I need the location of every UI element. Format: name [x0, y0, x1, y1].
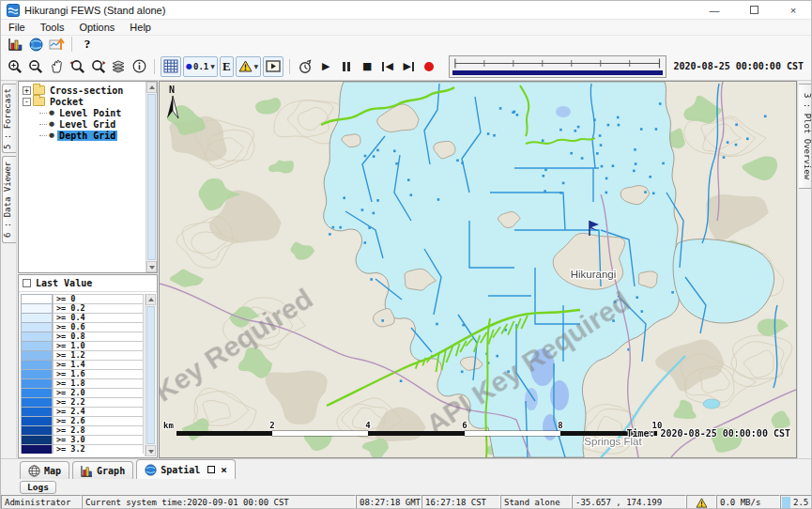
legend-row[interactable]: >= 3.0 [21, 435, 144, 444]
expander-icon[interactable]: - [23, 98, 31, 106]
status-warning-cell[interactable] [686, 495, 716, 509]
legend-row[interactable]: >= 3.2 [21, 444, 144, 454]
expander-icon[interactable]: + [23, 86, 31, 95]
interval-threshold-button[interactable]: ● 0.1 ▼ [183, 56, 218, 77]
grid-dot [612, 164, 615, 167]
record-button[interactable] [419, 56, 439, 77]
legend-row[interactable]: >= 2.8 [21, 425, 144, 435]
status-system-time: Current system time:2020-09-01 00:00 CST [82, 495, 356, 509]
editor-button[interactable]: E [220, 56, 234, 77]
legend-row[interactable]: >= 0.4 [21, 313, 144, 322]
scroll-down-icon[interactable] [146, 445, 156, 456]
legend-scrollbar[interactable] [145, 294, 156, 456]
legend-row[interactable]: >= 2.4 [21, 407, 144, 416]
legend-row[interactable]: >= 0.2 [21, 303, 144, 313]
pan-hand-icon[interactable] [46, 56, 67, 77]
help-icon[interactable]: ? [77, 34, 98, 54]
tab-spatial[interactable]: Spatial × [136, 459, 236, 479]
grid-dot [601, 165, 604, 168]
grid-dot [376, 149, 379, 152]
legend-row[interactable]: >= 0.6 [21, 322, 144, 332]
legend-row[interactable]: >= 1.2 [21, 350, 144, 360]
grid-dot [593, 118, 596, 121]
grid-dot [461, 371, 464, 374]
legend-row[interactable]: >= 0.8 [21, 332, 144, 341]
grid-dot [487, 132, 490, 135]
scroll-up-icon[interactable] [146, 294, 156, 305]
sidebar-tab-forecast[interactable]: 5 : Forecast [2, 84, 16, 153]
maximize-button[interactable] [734, 1, 774, 19]
scroll-up-icon[interactable] [146, 82, 157, 93]
time-navigator-slider[interactable] [449, 55, 666, 78]
timeseries-editor-icon[interactable] [46, 34, 67, 54]
legend-row[interactable]: >= 1.4 [21, 360, 144, 369]
legend-row[interactable]: >= 2.6 [21, 416, 144, 425]
layers-icon[interactable] [108, 56, 129, 77]
legend-color-swatch [21, 378, 53, 388]
minimize-button[interactable]: — [695, 1, 734, 19]
tree-item-level-point[interactable]: ● Level Point [19, 107, 146, 118]
sidebar-tab-plot-overview[interactable]: 3 : Plot Overview [799, 84, 812, 189]
legend-row[interactable]: >= 1.8 [21, 378, 144, 388]
pause-button[interactable] [336, 56, 357, 77]
stop-button[interactable]: ■ [357, 56, 377, 77]
grid-dot [361, 208, 364, 211]
title-bar: Hikurangi FEWS (Stand alone) — × [1, 1, 812, 20]
grid-dot [512, 111, 514, 114]
scroll-down-icon[interactable] [146, 261, 157, 272]
dot-icon: ● [186, 63, 192, 70]
grid-dot [575, 130, 577, 132]
menu-help[interactable]: Help [122, 20, 159, 35]
grid-dot [373, 155, 375, 158]
tab-map[interactable]: Map [20, 461, 69, 479]
tab-graph[interactable]: Graph [72, 461, 133, 479]
sidebar-tab-data-viewer[interactable]: 6 : Data Viewer [2, 156, 16, 243]
grid-dot [605, 192, 608, 194]
legend-row[interactable]: >= 2.0 [21, 388, 144, 397]
zoom-out-icon[interactable] [25, 56, 46, 77]
close-button[interactable]: × [774, 1, 812, 19]
legend-class-label: >= 1.2 [53, 350, 144, 360]
info-icon[interactable] [129, 56, 149, 77]
last-value-checkbox[interactable] [23, 279, 31, 287]
animation-dialog-button[interactable] [263, 56, 283, 77]
zoom-previous-icon[interactable] [67, 56, 87, 77]
globe-map-icon[interactable] [25, 34, 46, 54]
set-time-icon[interactable] [295, 56, 315, 77]
grid-dot [607, 124, 610, 127]
grid-dot [652, 193, 655, 195]
legend-row[interactable]: >= 2.2 [21, 397, 144, 407]
right-tab-strip: 3 : Plot Overview [797, 81, 812, 458]
panel-maximize-icon[interactable] [207, 466, 215, 473]
logs-button[interactable]: Logs [20, 481, 56, 494]
zoom-in-icon[interactable] [5, 56, 25, 77]
grid-dot [376, 199, 379, 202]
tree-scrollbar[interactable] [146, 82, 157, 272]
skip-to-start-button[interactable]: ◀ [377, 56, 398, 77]
skip-to-end-button[interactable]: ▶ [398, 56, 419, 77]
graph-display-icon[interactable] [5, 34, 25, 54]
legend-class-label: >= 2.4 [53, 407, 144, 416]
legend-row[interactable]: >= 1.0 [21, 341, 144, 350]
play-button[interactable]: ▶ [315, 56, 336, 77]
warning-threshold-button[interactable]: ▼ [236, 56, 262, 77]
terrain-island [638, 271, 657, 288]
tree-item-level-grid[interactable]: ● Level Grid [19, 118, 146, 130]
grid-dot [373, 212, 375, 215]
zoom-next-icon[interactable] [87, 56, 108, 77]
grid-display-button[interactable] [161, 56, 181, 77]
tree-item-depth-grid[interactable]: ● Depth Grid [19, 130, 146, 141]
timeline-span-bar [452, 70, 662, 75]
panel-close-icon[interactable]: × [221, 464, 227, 476]
legend-row[interactable]: >= 0 [21, 294, 144, 303]
status-mode: Stand alone [500, 495, 572, 509]
tree-item-pocket[interactable]: - Pocket [19, 96, 146, 107]
menu-file[interactable]: File [1, 20, 33, 35]
grid-dot [727, 141, 729, 144]
svg-text:4: 4 [365, 421, 371, 430]
menu-tools[interactable]: Tools [33, 20, 72, 35]
menu-options[interactable]: Options [71, 20, 122, 35]
warning-icon [238, 60, 253, 72]
legend-row[interactable]: >= 1.6 [21, 369, 144, 378]
map-canvas[interactable]: API Key Required API Key Required Hikura… [160, 82, 796, 457]
